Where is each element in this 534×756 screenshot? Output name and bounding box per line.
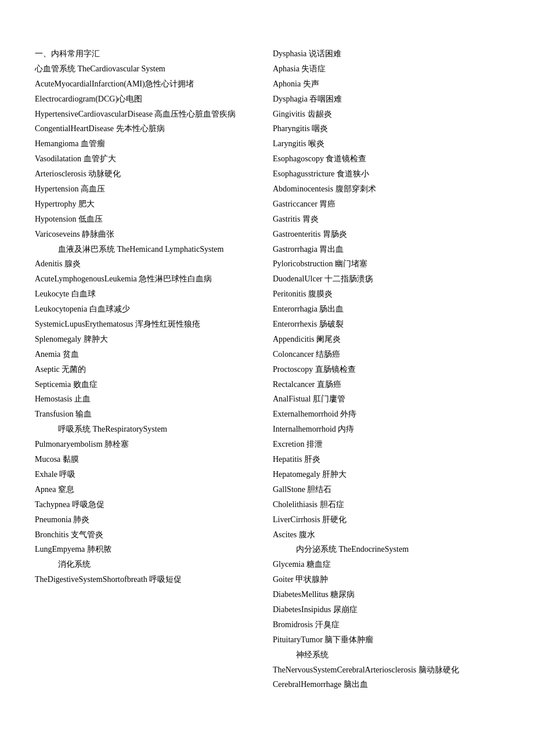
list-item: Enterorrhagia 肠出血: [273, 302, 499, 317]
list-item: Aseptic 无菌的: [35, 362, 261, 377]
list-item: Anemia 贫血: [35, 347, 261, 362]
list-item: Externalhemorrhoid 外痔: [273, 407, 499, 422]
list-item: Glycemia 糖血症: [273, 557, 499, 572]
list-item: AnalFistual 肛门廔管: [273, 392, 499, 407]
list-item: CerebralHemorrhage 脑出血: [273, 677, 499, 692]
list-item: Apnea 窒息: [35, 482, 261, 497]
list-item: Arteriosclerosis 动脉硬化: [35, 167, 261, 182]
list-item: Cholelithiasis 胆石症: [273, 497, 499, 512]
list-item: Mucosa 黏膜: [35, 452, 261, 467]
list-item: DiabetesMellitus 糖尿病: [273, 587, 499, 602]
list-item: Goiter 甲状腺肿: [273, 572, 499, 587]
list-item: Hypertrophy 肥大: [35, 197, 261, 212]
list-item: Coloncancer 结肠癌: [273, 347, 499, 362]
list-item: Hepatitis 肝炎: [273, 452, 499, 467]
list-item: DuodenalUlcer 十二指肠溃疡: [273, 272, 499, 287]
list-item: Leukocyte 白血球: [35, 287, 261, 302]
list-item: Enterorrhexis 肠破裂: [273, 317, 499, 332]
list-item: Ascites 腹水: [273, 527, 499, 542]
left-column: 一、内科常用字汇心血管系统 TheCardiovascular SystemAc…: [35, 46, 261, 692]
list-item: Adenitis 腺炎: [35, 256, 261, 272]
list-item: Varicoseveins 静脉曲张: [35, 227, 261, 242]
list-item: Electrocardiogram(DCG)心电图: [35, 92, 261, 107]
list-item: Pneumonia 肺炎: [35, 512, 261, 527]
list-item: Splenomegaly 脾肿大: [35, 332, 261, 347]
list-item: Gastritis 胃炎: [273, 212, 499, 227]
list-item: Tachypnea 呼吸急促: [35, 497, 261, 512]
list-item: 一、内科常用字汇: [35, 46, 261, 62]
list-item: Gastrorrhagia 胃出血: [273, 242, 499, 257]
list-item: 心血管系统 TheCardiovascular System: [35, 62, 261, 77]
list-item: Gingivitis 齿龈炎: [273, 107, 499, 122]
list-item: Aphonia 失声: [273, 77, 499, 92]
list-item: HypertensiveCardiovascularDisease 高血压性心脏…: [35, 107, 261, 122]
list-item: Esophagusstricture 食道狭小: [273, 167, 499, 182]
list-item: Hepatomegaly 肝肿大: [273, 467, 499, 482]
list-item: Hypertension 高血压: [35, 182, 261, 197]
list-item: Dysphasia 说话困难: [273, 46, 499, 62]
list-item: LungEmpyema 肺积脓: [35, 542, 261, 557]
list-item: TheNervousSystemCerebralArteriosclerosis…: [273, 663, 499, 678]
list-item: 血液及淋巴系统 TheHemicand LymphaticSystem: [35, 242, 261, 257]
list-item: Appendicitis 阑尾炎: [273, 332, 499, 347]
list-item: Hemangioma 血管瘤: [35, 136, 261, 151]
list-item: PituitaryTumor 脑下垂体肿瘤: [273, 632, 499, 648]
right-column: Dysphasia 说话困难Aphasia 失语症Aphonia 失声Dysph…: [273, 46, 499, 692]
list-item: 神经系统: [273, 648, 499, 663]
list-item: 消化系统: [35, 557, 261, 572]
list-item: Pharyngitis 咽炎: [273, 121, 499, 136]
list-item: Pyloricobstruction 幽门堵塞: [273, 256, 499, 272]
list-item: 呼吸系统 TheRespiratorySystem: [35, 422, 261, 437]
list-item: Esophagoscopy 食道镜检查: [273, 151, 499, 167]
list-item: Dysphagia 吞咽困难: [273, 92, 499, 107]
list-item: Vasodilatation 血管扩大: [35, 151, 261, 167]
list-item: Bromidrosis 汗臭症: [273, 617, 499, 632]
list-item: DiabetesInsipidus 尿崩症: [273, 602, 499, 617]
list-item: SystemicLupusErythematosus 浑身性红斑性狼疮: [35, 317, 261, 332]
list-item: Hypotension 低血压: [35, 212, 261, 227]
list-item: AcuteLymphogenousLeukemia 急性淋巴球性白血病: [35, 272, 261, 287]
list-item: Hemostasis 止血: [35, 392, 261, 407]
list-item: Exhale 呼吸: [35, 467, 261, 482]
list-item: Proctoscopy 直肠镜检查: [273, 362, 499, 377]
list-item: Gastriccancer 胃癌: [273, 197, 499, 212]
list-item: LiverCirrhosis 肝硬化: [273, 512, 499, 527]
list-item: Rectalcancer 直肠癌: [273, 377, 499, 392]
list-item: AcuteMyocardialInfarction(AMI)急性心计拥堵: [35, 77, 261, 92]
list-item: Septicemia 败血症: [35, 377, 261, 392]
list-item: CongentialHeartDisease 先本性心脏病: [35, 121, 261, 136]
list-item: 内分泌系统 TheEndocrineSystem: [273, 542, 499, 557]
list-item: Abdominocentesis 腹部穿刺术: [273, 182, 499, 197]
list-item: GallStone 胆结石: [273, 482, 499, 497]
list-item: Transfusion 输血: [35, 407, 261, 422]
list-item: Aphasia 失语症: [273, 62, 499, 77]
list-item: Peritonitis 腹膜炎: [273, 287, 499, 302]
list-item: Laryngitis 喉炎: [273, 136, 499, 151]
list-item: Bronchitis 支气管炎: [35, 527, 261, 542]
list-item: Excretion 排泄: [273, 437, 499, 452]
list-item: Pulmonaryembolism 肺栓塞: [35, 437, 261, 452]
main-content: 一、内科常用字汇心血管系统 TheCardiovascular SystemAc…: [35, 46, 499, 692]
list-item: Leukocytopenia 白血球减少: [35, 302, 261, 317]
list-item: TheDigestiveSystemShortofbreath 呼吸短促: [35, 572, 261, 587]
list-item: Gastroenteritis 胃肠炎: [273, 227, 499, 242]
list-item: Internalhemorrhoid 内痔: [273, 422, 499, 437]
